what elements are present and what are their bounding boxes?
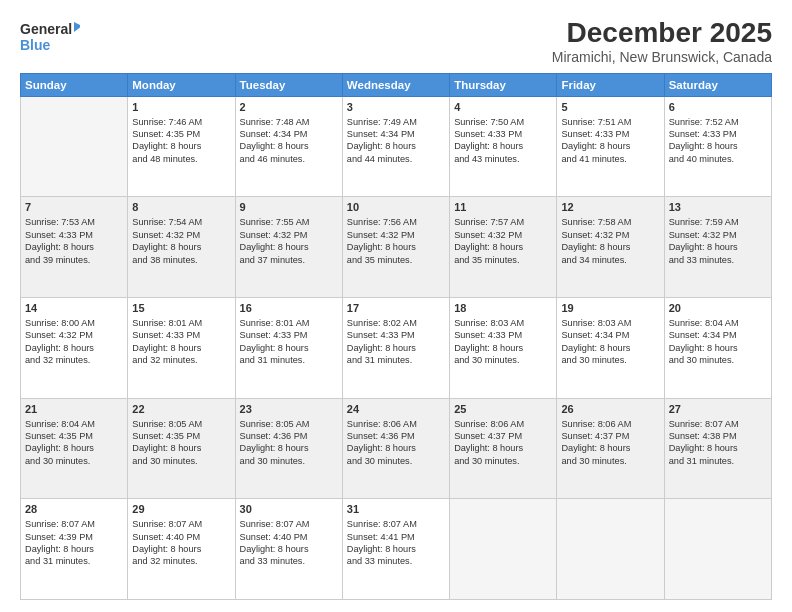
title-block: December 2025 Miramichi, New Brunswick, … (552, 18, 772, 65)
day-info: Daylight: 8 hours (132, 342, 230, 354)
day-info: and 32 minutes. (132, 555, 230, 567)
calendar-cell: 6Sunrise: 7:52 AMSunset: 4:33 PMDaylight… (664, 96, 771, 197)
day-info: Sunrise: 8:05 AM (240, 418, 338, 430)
day-info: and 46 minutes. (240, 153, 338, 165)
day-info: and 32 minutes. (25, 354, 123, 366)
day-info: and 30 minutes. (454, 455, 552, 467)
day-number: 18 (454, 301, 552, 316)
day-number: 4 (454, 100, 552, 115)
day-number: 21 (25, 402, 123, 417)
day-info: Sunset: 4:33 PM (454, 329, 552, 341)
calendar-day-header: Thursday (450, 73, 557, 96)
day-info: and 39 minutes. (25, 254, 123, 266)
calendar-cell: 14Sunrise: 8:00 AMSunset: 4:32 PMDayligh… (21, 298, 128, 399)
day-info: Sunrise: 7:50 AM (454, 116, 552, 128)
day-info: Sunrise: 8:04 AM (669, 317, 767, 329)
day-info: Sunrise: 7:55 AM (240, 216, 338, 228)
day-number: 16 (240, 301, 338, 316)
day-info: Sunrise: 7:49 AM (347, 116, 445, 128)
day-info: Sunrise: 8:06 AM (454, 418, 552, 430)
day-info: Daylight: 8 hours (25, 442, 123, 454)
day-info: Daylight: 8 hours (561, 241, 659, 253)
day-info: Sunset: 4:33 PM (561, 128, 659, 140)
day-number: 28 (25, 502, 123, 517)
day-number: 19 (561, 301, 659, 316)
day-info: Sunset: 4:36 PM (347, 430, 445, 442)
day-info: and 40 minutes. (669, 153, 767, 165)
day-info: Sunset: 4:33 PM (132, 329, 230, 341)
day-number: 12 (561, 200, 659, 215)
calendar-cell: 23Sunrise: 8:05 AMSunset: 4:36 PMDayligh… (235, 398, 342, 499)
day-info: and 33 minutes. (240, 555, 338, 567)
calendar-cell (664, 499, 771, 600)
calendar-day-header: Wednesday (342, 73, 449, 96)
day-info: Daylight: 8 hours (454, 442, 552, 454)
calendar-cell: 11Sunrise: 7:57 AMSunset: 4:32 PMDayligh… (450, 197, 557, 298)
calendar-cell: 2Sunrise: 7:48 AMSunset: 4:34 PMDaylight… (235, 96, 342, 197)
day-info: and 30 minutes. (454, 354, 552, 366)
day-info: Daylight: 8 hours (132, 140, 230, 152)
day-info: Daylight: 8 hours (347, 342, 445, 354)
day-info: Sunrise: 8:02 AM (347, 317, 445, 329)
day-number: 26 (561, 402, 659, 417)
day-info: Sunrise: 8:07 AM (132, 518, 230, 530)
day-number: 11 (454, 200, 552, 215)
day-info: Daylight: 8 hours (561, 442, 659, 454)
calendar-cell: 22Sunrise: 8:05 AMSunset: 4:35 PMDayligh… (128, 398, 235, 499)
calendar-cell: 13Sunrise: 7:59 AMSunset: 4:32 PMDayligh… (664, 197, 771, 298)
day-info: Sunset: 4:35 PM (132, 128, 230, 140)
page-subtitle: Miramichi, New Brunswick, Canada (552, 49, 772, 65)
day-info: Sunrise: 7:59 AM (669, 216, 767, 228)
calendar-cell: 15Sunrise: 8:01 AMSunset: 4:33 PMDayligh… (128, 298, 235, 399)
day-info: and 30 minutes. (561, 354, 659, 366)
svg-text:Blue: Blue (20, 37, 51, 53)
day-info: Daylight: 8 hours (240, 442, 338, 454)
day-info: Daylight: 8 hours (454, 140, 552, 152)
calendar-cell: 12Sunrise: 7:58 AMSunset: 4:32 PMDayligh… (557, 197, 664, 298)
day-info: Sunset: 4:34 PM (561, 329, 659, 341)
day-info: Daylight: 8 hours (25, 342, 123, 354)
day-number: 10 (347, 200, 445, 215)
calendar-week-row: 21Sunrise: 8:04 AMSunset: 4:35 PMDayligh… (21, 398, 772, 499)
day-info: Sunset: 4:41 PM (347, 531, 445, 543)
calendar-day-header: Saturday (664, 73, 771, 96)
day-info: and 30 minutes. (25, 455, 123, 467)
day-info: Sunrise: 7:53 AM (25, 216, 123, 228)
day-info: Sunset: 4:32 PM (454, 229, 552, 241)
day-info: and 30 minutes. (240, 455, 338, 467)
day-info: Daylight: 8 hours (561, 140, 659, 152)
calendar-cell: 4Sunrise: 7:50 AMSunset: 4:33 PMDaylight… (450, 96, 557, 197)
day-info: Daylight: 8 hours (454, 241, 552, 253)
day-info: Sunset: 4:35 PM (132, 430, 230, 442)
day-info: Sunset: 4:34 PM (240, 128, 338, 140)
day-info: and 32 minutes. (132, 354, 230, 366)
calendar-cell: 28Sunrise: 8:07 AMSunset: 4:39 PMDayligh… (21, 499, 128, 600)
day-info: Sunset: 4:33 PM (347, 329, 445, 341)
day-info: Sunset: 4:40 PM (240, 531, 338, 543)
day-info: Sunrise: 7:46 AM (132, 116, 230, 128)
day-info: Sunrise: 8:01 AM (240, 317, 338, 329)
day-info: and 31 minutes. (347, 354, 445, 366)
day-info: Daylight: 8 hours (669, 241, 767, 253)
day-info: Sunrise: 8:07 AM (669, 418, 767, 430)
day-info: Sunrise: 8:07 AM (347, 518, 445, 530)
calendar-cell: 10Sunrise: 7:56 AMSunset: 4:32 PMDayligh… (342, 197, 449, 298)
day-info: Sunset: 4:37 PM (454, 430, 552, 442)
day-number: 15 (132, 301, 230, 316)
day-info: Sunset: 4:33 PM (454, 128, 552, 140)
day-info: Sunset: 4:38 PM (669, 430, 767, 442)
day-number: 1 (132, 100, 230, 115)
day-info: Daylight: 8 hours (25, 543, 123, 555)
day-info: Sunset: 4:40 PM (132, 531, 230, 543)
day-info: Sunrise: 8:01 AM (132, 317, 230, 329)
day-info: Sunrise: 8:04 AM (25, 418, 123, 430)
day-info: Daylight: 8 hours (347, 442, 445, 454)
day-info: Sunset: 4:33 PM (240, 329, 338, 341)
day-info: Sunrise: 8:03 AM (454, 317, 552, 329)
day-info: Sunset: 4:32 PM (347, 229, 445, 241)
day-info: and 48 minutes. (132, 153, 230, 165)
day-info: and 30 minutes. (347, 455, 445, 467)
day-info: Daylight: 8 hours (25, 241, 123, 253)
day-number: 7 (25, 200, 123, 215)
calendar-cell: 29Sunrise: 8:07 AMSunset: 4:40 PMDayligh… (128, 499, 235, 600)
